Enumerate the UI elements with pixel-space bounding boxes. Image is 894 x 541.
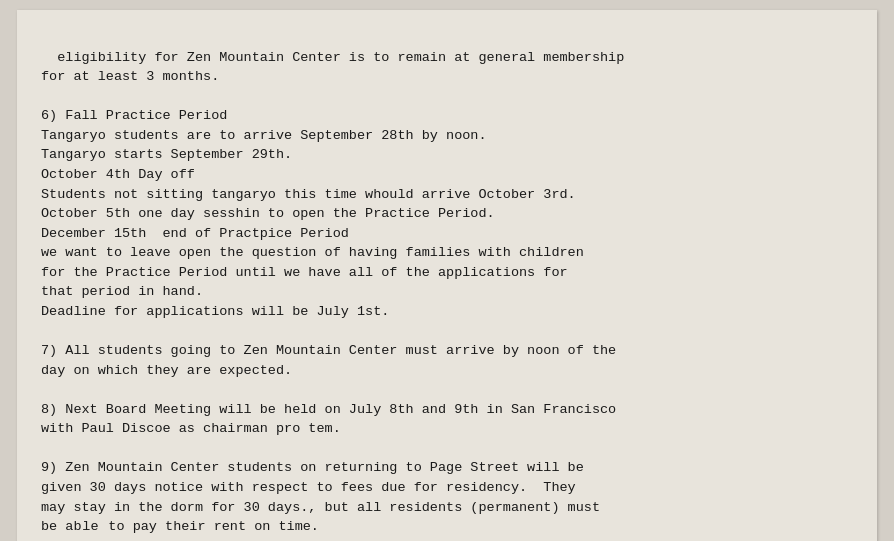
document-page: eligibility for Zen Mountain Center is t… (17, 10, 877, 541)
text-eligibility: eligibility for Zen Mountain Center is t… (41, 50, 624, 541)
